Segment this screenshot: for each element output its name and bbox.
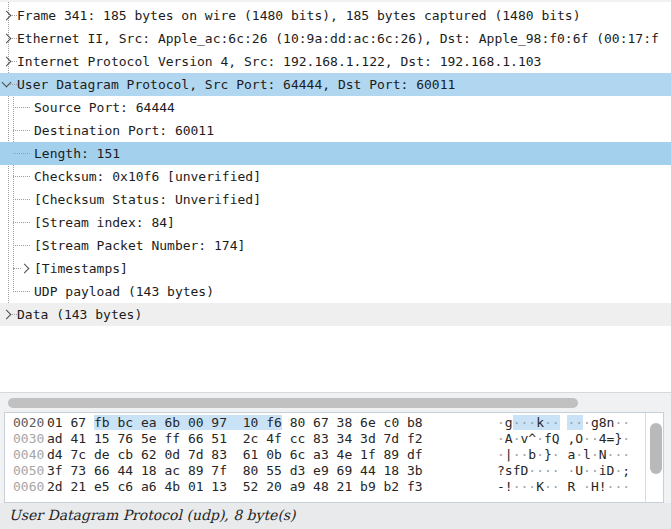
- tree-row-udp-checksum[interactable]: Checksum: 0x10f6 [unverified]: [0, 165, 671, 188]
- hex-offset: 0060: [13, 479, 47, 495]
- ascii-bytes[interactable]: ?sfD···· ·U··iD·;: [497, 463, 630, 478]
- tree-branch-line: [13, 130, 30, 131]
- tree-row-udp-src-port[interactable]: Source Port: 64444: [0, 96, 671, 119]
- tree-row-label: Internet Protocol Version 4, Src: 192.16…: [17, 54, 541, 69]
- ascii-bytes[interactable]: ·|··b·}· a·l·N···: [497, 447, 630, 462]
- tree-row-udp[interactable]: User Datagram Protocol, Src Port: 64444,…: [0, 73, 671, 96]
- packet-detail-pane: Frame 341: 185 bytes on wire (1480 bits)…: [0, 2, 671, 392]
- hex-row[interactable]: 00602d 21 e5 c6 a6 4b 01 13 52 20 a9 48 …: [5, 479, 663, 495]
- status-bar: User Datagram Protocol (udp), 8 byte(s): [0, 503, 671, 529]
- tree-branch-line: [13, 199, 30, 200]
- tree-row-label: [Stream Packet Number: 174]: [34, 238, 245, 253]
- ascii-bytes[interactable]: -!···K·· R ·H!···: [497, 479, 630, 494]
- hex-bytes[interactable]: 2d 21 e5 c6 a6 4b 01 13 52 20 a9 48 21 b…: [47, 479, 497, 495]
- ascii-bytes[interactable]: ·A·v^·fQ ,O··4=}·: [497, 431, 630, 446]
- tree-row-label: [Checksum Status: Unverified]: [34, 192, 261, 207]
- status-field-info: User Datagram Protocol (udp), 8 byte(s): [0, 503, 671, 528]
- hex-bytes[interactable]: d4 7c de cb 62 0d 7d 83 61 0b 6c a3 4e 1…: [47, 447, 497, 463]
- hscrollbar-thumb[interactable]: [8, 398, 578, 408]
- tree-row-udp-length[interactable]: Length: 151: [0, 142, 671, 165]
- vscrollbar-thumb[interactable]: [650, 423, 662, 474]
- hex-offset: 0020: [13, 415, 47, 431]
- detail-pane-hscrollbar: [0, 392, 671, 413]
- hex-offset: 0050: [13, 463, 47, 479]
- chevron-right-icon[interactable]: [20, 264, 30, 274]
- tree-branch-line: [13, 153, 30, 154]
- hex-row[interactable]: 002001 67 fb bc ea 6b 00 97 10 f6 80 67 …: [5, 415, 663, 431]
- tree-branch-line: [10, 84, 17, 85]
- tree-row-label: Source Port: 64444: [34, 100, 175, 115]
- packet-detail-tree: Frame 341: 185 bytes on wire (1480 bits)…: [0, 4, 671, 326]
- hex-row[interactable]: 0030ad 41 15 76 5e ff 66 51 2c 4f cc 83 …: [5, 431, 663, 447]
- chevron-down-icon[interactable]: [2, 78, 12, 88]
- tree-branch-line: [13, 176, 30, 177]
- chevron-right-icon[interactable]: [2, 11, 12, 21]
- tree-row-label: UDP payload (143 bytes): [34, 284, 214, 299]
- hex-offset: 0040: [13, 447, 47, 463]
- tree-row-data[interactable]: Data (143 bytes): [0, 303, 671, 326]
- hex-row[interactable]: 0040d4 7c de cb 62 0d 7d 83 61 0b 6c a3 …: [5, 447, 663, 463]
- tree-row-label: User Datagram Protocol, Src Port: 64444,…: [17, 77, 455, 92]
- tree-row-label: Checksum: 0x10f6 [unverified]: [34, 169, 261, 184]
- tree-row-label: Frame 341: 185 bytes on wire (1480 bits)…: [17, 8, 581, 23]
- tree-branch-line: [13, 245, 30, 246]
- chevron-right-icon[interactable]: [2, 34, 12, 44]
- tree-row-label: Length: 151: [34, 146, 120, 161]
- hex-dump-pane: 002001 67 fb bc ea 6b 00 97 10 f6 80 67 …: [4, 412, 664, 503]
- hex-bytes[interactable]: 01 67 fb bc ea 6b 00 97 10 f6 80 67 38 6…: [47, 415, 497, 431]
- hex-offset: 0030: [13, 431, 47, 447]
- tree-row-label: [Stream index: 84]: [34, 215, 175, 230]
- tree-row-label: [Timestamps]: [34, 261, 128, 276]
- hex-dump-rows: 002001 67 fb bc ea 6b 00 97 10 f6 80 67 …: [5, 415, 663, 495]
- tree-row-label: Destination Port: 60011: [34, 123, 214, 138]
- tree-row-udp-stream-index[interactable]: [Stream index: 84]: [0, 211, 671, 234]
- tree-row-udp-stream-packet-number[interactable]: [Stream Packet Number: 174]: [0, 234, 671, 257]
- tree-row-label: Data (143 bytes): [17, 307, 142, 322]
- hex-bytes[interactable]: ad 41 15 76 5e ff 66 51 2c 4f cc 83 34 3…: [47, 431, 497, 447]
- tree-branch-line: [13, 291, 30, 292]
- tree-row-udp-dst-port[interactable]: Destination Port: 60011: [0, 119, 671, 142]
- tree-row-ip[interactable]: Internet Protocol Version 4, Src: 192.16…: [0, 50, 671, 73]
- tree-row-label: Ethernet II, Src: Apple_ac:6c:26 (10:9a:…: [17, 31, 659, 46]
- tree-branch-line: [13, 107, 30, 108]
- chevron-right-icon[interactable]: [2, 310, 12, 320]
- tree-row-udp-timestamps[interactable]: [Timestamps]: [0, 257, 671, 280]
- tree-branch-line: [13, 222, 30, 223]
- tree-row-udp-checksum-status[interactable]: [Checksum Status: Unverified]: [0, 188, 671, 211]
- tree-row-frame[interactable]: Frame 341: 185 bytes on wire (1480 bits)…: [0, 4, 671, 27]
- hex-bytes[interactable]: 3f 73 66 44 18 ac 89 7f 80 55 d3 e9 69 4…: [47, 463, 497, 479]
- ascii-bytes[interactable]: ·g···k·· ···g8n··: [497, 415, 630, 430]
- hex-row[interactable]: 00503f 73 66 44 18 ac 89 7f 80 55 d3 e9 …: [5, 463, 663, 479]
- tree-row-ethernet[interactable]: Ethernet II, Src: Apple_ac:6c:26 (10:9a:…: [0, 27, 671, 50]
- scrollbar-separator: [645, 413, 646, 502]
- tree-row-udp-payload[interactable]: UDP payload (143 bytes): [0, 280, 671, 303]
- chevron-right-icon[interactable]: [2, 57, 12, 67]
